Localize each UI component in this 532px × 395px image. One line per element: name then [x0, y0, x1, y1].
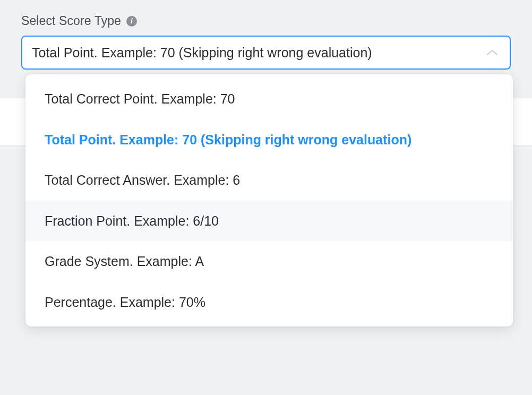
option-total-correct-answer[interactable]: Total Correct Answer. Example: 6	[25, 160, 513, 201]
chevron-up-icon	[486, 49, 498, 56]
field-label: Select Score Type	[21, 14, 121, 28]
option-total-point-skipping[interactable]: Total Point. Example: 70 (Skipping right…	[25, 119, 513, 160]
option-grade-system[interactable]: Grade System. Example: A	[25, 241, 513, 282]
option-total-correct-point[interactable]: Total Correct Point. Example: 70	[25, 79, 513, 119]
score-type-dropdown: Total Correct Point. Example: 70 Total P…	[25, 74, 513, 327]
select-value: Total Point. Example: 70 (Skipping right…	[32, 45, 372, 61]
field-label-row: Select Score Type i	[21, 14, 511, 28]
option-percentage[interactable]: Percentage. Example: 70%	[25, 282, 513, 323]
info-icon[interactable]: i	[126, 16, 137, 27]
score-type-select[interactable]: Total Point. Example: 70 (Skipping right…	[21, 36, 511, 70]
option-fraction-point[interactable]: Fraction Point. Example: 6/10	[25, 201, 513, 242]
